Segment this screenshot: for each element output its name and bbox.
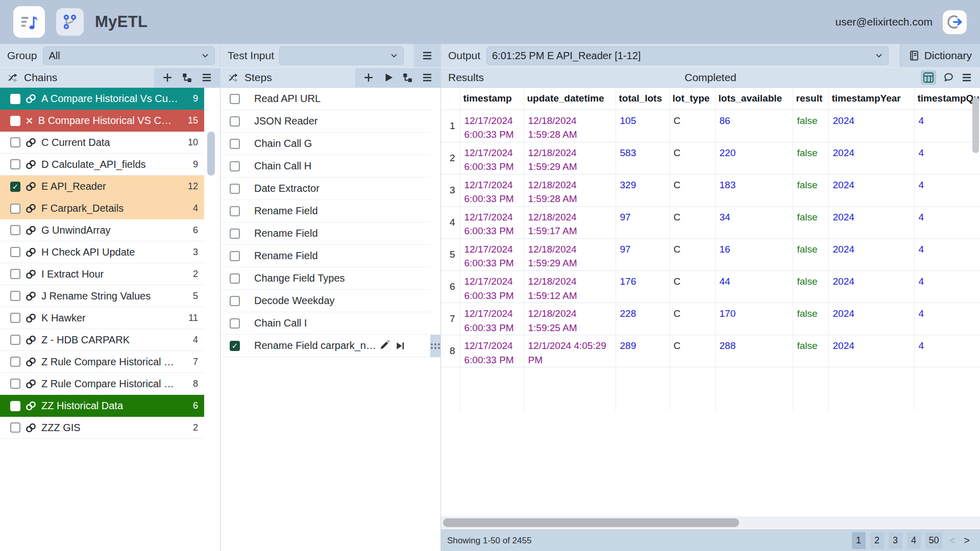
- chain-hierarchy-button[interactable]: [182, 72, 192, 83]
- step-list-item[interactable]: Rename Field: [220, 222, 430, 245]
- comments-button[interactable]: [943, 72, 954, 83]
- next-page-button[interactable]: >: [962, 535, 972, 546]
- chain-label: B Compare Historical VS C…: [38, 115, 172, 127]
- step-hierarchy-button[interactable]: [402, 72, 413, 83]
- step-checkbox[interactable]: ✓: [230, 341, 240, 351]
- logout-button[interactable]: [943, 10, 967, 34]
- chain-checkbox[interactable]: [10, 225, 20, 235]
- test-input-select[interactable]: [279, 46, 404, 65]
- cell-total_lots: 329: [616, 174, 669, 206]
- edit-step-button[interactable]: [379, 340, 390, 351]
- cell-result: false: [793, 142, 828, 174]
- page-button-4[interactable]: 4: [907, 532, 921, 549]
- page-button-50[interactable]: 50: [925, 532, 943, 549]
- chain-checkbox[interactable]: ✓: [10, 182, 20, 192]
- vertical-scrollbar-thumb[interactable]: [972, 97, 979, 153]
- chain-list-item[interactable]: ✕ B Compare Historical VS C… 15: [0, 110, 204, 132]
- step-list-item[interactable]: Chain Call G: [220, 133, 430, 155]
- step-list-item[interactable]: Decode Weekday: [220, 290, 430, 312]
- chain-checkbox[interactable]: [10, 159, 20, 169]
- chain-checkbox[interactable]: [10, 291, 20, 301]
- step-checkbox[interactable]: [230, 161, 240, 171]
- chain-list-item[interactable]: ZZ Historical Data 6: [0, 395, 204, 417]
- chain-list-item[interactable]: A Compare Historical Vs Cu… 9: [0, 88, 204, 110]
- step-list-item[interactable]: Date Extractor: [220, 178, 430, 200]
- step-list-item[interactable]: Rename Field: [220, 200, 430, 222]
- cell-timestamp: 12/17/2024 6:00:33 PM: [460, 270, 524, 303]
- chain-checkbox[interactable]: [10, 379, 20, 389]
- step-checkbox[interactable]: [230, 251, 240, 261]
- table-view-button[interactable]: [921, 70, 936, 85]
- prev-page-button[interactable]: <: [947, 535, 958, 546]
- chain-step-count: 2: [193, 269, 198, 280]
- chain-list-item[interactable]: Z Rule Compare Historical … 7: [0, 351, 204, 373]
- add-step-button[interactable]: [362, 71, 375, 84]
- chain-list-item[interactable]: Z - HDB CARPARK 4: [0, 329, 204, 351]
- step-checkbox[interactable]: [230, 94, 240, 104]
- chain-checkbox[interactable]: [10, 247, 20, 257]
- chain-list-item[interactable]: K Hawker 11: [0, 307, 204, 329]
- chain-checkbox[interactable]: [10, 335, 20, 345]
- chain-list-item[interactable]: I Extract Hour 2: [0, 263, 204, 285]
- run-steps-button[interactable]: [383, 72, 394, 83]
- chain-checkbox[interactable]: [10, 313, 20, 323]
- chain-list-item[interactable]: J Rename String Values 5: [0, 285, 204, 307]
- chain-checkbox[interactable]: [10, 401, 20, 411]
- chain-checkbox[interactable]: [10, 94, 20, 104]
- chain-list-item[interactable]: D Calculate_API_fields 9: [0, 154, 204, 176]
- step-checkbox[interactable]: [230, 273, 240, 284]
- cell-lot_type: C: [669, 110, 715, 142]
- step-checkbox[interactable]: [230, 116, 240, 127]
- chain-checkbox[interactable]: [10, 269, 20, 279]
- chain-checkbox[interactable]: [10, 137, 20, 147]
- chain-list-item[interactable]: ZZZ GIS 2: [0, 417, 204, 439]
- steps-menu-button[interactable]: [421, 71, 433, 84]
- row-number: 2: [441, 142, 460, 174]
- step-list-item[interactable]: Chain Call I: [220, 312, 430, 335]
- app-logo-button[interactable]: [13, 6, 45, 38]
- page-button-3[interactable]: 3: [889, 532, 902, 549]
- chain-list-item[interactable]: C Current Data 10: [0, 132, 204, 154]
- dictionary-button[interactable]: Dictionary: [900, 44, 980, 67]
- step-list-item[interactable]: ✓ Rename Field carpark_n…: [220, 335, 430, 357]
- step-checkbox[interactable]: [230, 229, 240, 239]
- chain-checkbox[interactable]: [10, 357, 20, 367]
- step-list-item[interactable]: Read API URL: [220, 88, 430, 110]
- add-chain-button[interactable]: [161, 71, 174, 84]
- step-checkbox[interactable]: [230, 318, 240, 329]
- page-button-2[interactable]: 2: [870, 532, 884, 549]
- step-list-item[interactable]: Change Field Types: [220, 267, 430, 290]
- horizontal-scrollbar-thumb[interactable]: [443, 518, 739, 527]
- step-checkbox[interactable]: [230, 206, 240, 216]
- chain-list-item[interactable]: ✓ E API_Reader 12: [0, 176, 204, 197]
- chain-checkbox[interactable]: [10, 422, 20, 433]
- group-select[interactable]: All: [43, 46, 215, 65]
- test-input-menu-button[interactable]: [421, 49, 433, 62]
- chain-list-item[interactable]: F Carpark_Details 4: [0, 197, 204, 219]
- chains-scrollbar-thumb[interactable]: [207, 132, 215, 176]
- step-list-item[interactable]: Rename Field: [220, 245, 430, 267]
- run-to-step-button[interactable]: [395, 341, 405, 351]
- chain-list-item[interactable]: Z Rule Compare Historical … 8: [0, 373, 204, 395]
- output-select[interactable]: 6:01:25 PM E API_Reader [1-12]: [486, 46, 889, 65]
- chains-menu-button[interactable]: [201, 71, 213, 84]
- cell-timestampQuarter: 4: [914, 142, 980, 174]
- chain-checkbox[interactable]: [10, 116, 20, 126]
- drag-handle[interactable]: [430, 335, 440, 357]
- row-number: 4: [441, 206, 460, 238]
- chain-step-count: 7: [193, 357, 198, 367]
- app-title: MyETL: [95, 13, 148, 31]
- step-list-item[interactable]: Chain Call H: [220, 155, 430, 178]
- step-label: Rename Field carpark_n…: [254, 340, 376, 352]
- chain-checkbox[interactable]: [10, 204, 20, 214]
- step-list-item[interactable]: JSON Reader: [220, 110, 430, 133]
- step-checkbox[interactable]: [230, 184, 240, 194]
- step-checkbox[interactable]: [230, 296, 240, 306]
- cell-timestampYear: 2024: [828, 270, 914, 303]
- results-menu-button[interactable]: [961, 71, 973, 84]
- branch-button[interactable]: [56, 8, 84, 36]
- chain-list-item[interactable]: G UnwindArray 6: [0, 219, 204, 241]
- step-checkbox[interactable]: [230, 139, 240, 149]
- page-button-1[interactable]: 1: [852, 532, 866, 549]
- chain-list-item[interactable]: H Check API Update 3: [0, 241, 204, 263]
